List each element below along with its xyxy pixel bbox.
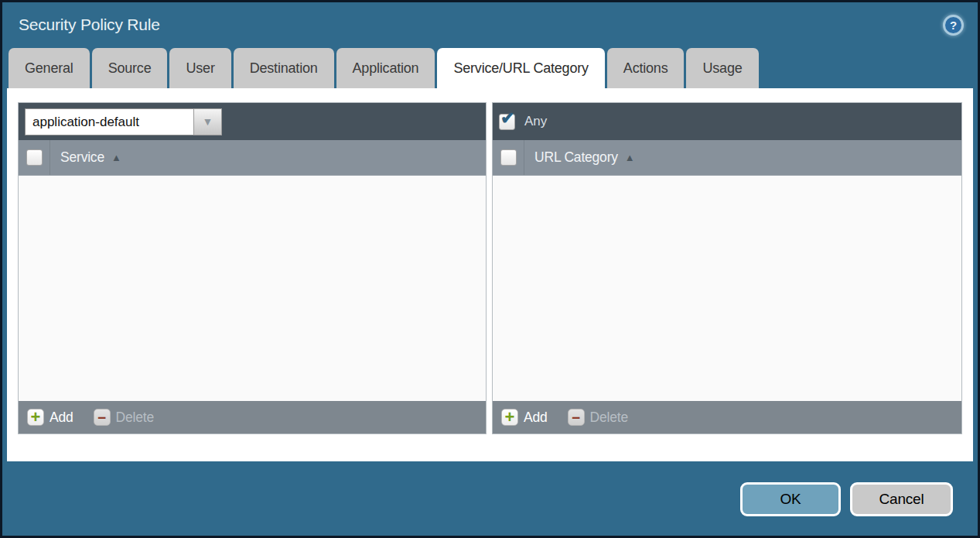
delete-icon: − <box>94 409 111 426</box>
sort-ascending-icon: ▲ <box>625 152 635 163</box>
service-type-dropdown[interactable]: application-default ▼ <box>25 108 222 135</box>
security-policy-rule-dialog: Security Policy Rule ? General Source Us… <box>0 0 980 538</box>
service-select-all-cell <box>19 140 50 175</box>
tab-label: Application <box>353 60 419 76</box>
url-category-add-button[interactable]: + Add <box>501 409 548 426</box>
service-column-header[interactable]: Service ▲ <box>50 140 121 175</box>
page-title: Security Policy Rule <box>19 15 160 34</box>
service-table-header: Service ▲ <box>19 140 486 176</box>
tab-user[interactable]: User <box>169 48 230 88</box>
title-bar: Security Policy Rule ? <box>2 2 978 47</box>
service-type-dropdown-value: application-default <box>25 108 193 135</box>
tab-bar: General Source User Destination Applicat… <box>9 47 978 88</box>
cancel-button[interactable]: Cancel <box>850 482 953 516</box>
any-checkbox-label: Any <box>524 114 547 129</box>
tab-label: Service/URL Category <box>453 60 588 76</box>
check-icon: ✔ <box>500 110 514 127</box>
url-category-select-all-checkbox[interactable] <box>500 149 517 166</box>
delete-button-label: Delete <box>116 409 154 426</box>
tab-application[interactable]: Application <box>336 48 435 88</box>
tab-content: application-default ▼ Service ▲ + <box>7 88 973 461</box>
url-category-footer: + Add − Delete <box>493 401 961 433</box>
tab-usage[interactable]: Usage <box>686 48 758 88</box>
help-icon: ? <box>950 19 957 31</box>
tab-label: User <box>186 60 214 76</box>
url-category-toolbar: ✔ Any <box>493 103 961 140</box>
delete-button-label: Delete <box>590 409 628 426</box>
tab-label: Actions <box>623 60 668 76</box>
tab-actions[interactable]: Actions <box>607 48 685 88</box>
tab-destination[interactable]: Destination <box>234 48 334 88</box>
service-select-all-checkbox[interactable] <box>26 149 43 166</box>
url-category-table-body <box>493 176 961 401</box>
any-checkbox[interactable]: ✔ <box>499 114 515 130</box>
url-category-panel: ✔ Any URL Category ▲ + Add <box>492 102 962 434</box>
dialog-action-buttons: OK Cancel <box>740 482 953 516</box>
help-button[interactable]: ? <box>943 15 964 36</box>
service-toolbar: application-default ▼ <box>19 103 486 140</box>
tab-general[interactable]: General <box>9 48 90 88</box>
service-table-body <box>19 176 486 401</box>
dropdown-button[interactable]: ▼ <box>193 108 222 135</box>
url-category-delete-button[interactable]: − Delete <box>568 409 628 426</box>
url-category-table-header: URL Category ▲ <box>493 140 961 176</box>
add-icon: + <box>501 409 518 426</box>
tab-label: Destination <box>250 60 318 76</box>
sort-ascending-icon: ▲ <box>111 152 121 163</box>
tab-label: Usage <box>702 60 742 76</box>
tab-label: Source <box>108 60 152 76</box>
add-button-label: Add <box>524 409 548 426</box>
add-icon: + <box>27 409 44 426</box>
service-column-label: Service <box>60 149 104 166</box>
service-delete-button[interactable]: − Delete <box>94 409 154 426</box>
url-category-column-header[interactable]: URL Category ▲ <box>524 140 635 175</box>
service-footer: + Add − Delete <box>19 401 486 433</box>
tab-service-url-category[interactable]: Service/URL Category <box>437 48 604 88</box>
delete-icon: − <box>568 409 585 426</box>
url-category-column-label: URL Category <box>534 149 618 166</box>
tab-source[interactable]: Source <box>92 48 168 88</box>
add-button-label: Add <box>50 409 73 426</box>
service-panel: application-default ▼ Service ▲ + <box>18 102 487 434</box>
tab-label: General <box>25 60 73 76</box>
chevron-down-icon: ▼ <box>203 115 213 128</box>
url-category-select-all-cell <box>493 140 524 175</box>
service-add-button[interactable]: + Add <box>27 409 73 426</box>
ok-button[interactable]: OK <box>740 482 841 516</box>
